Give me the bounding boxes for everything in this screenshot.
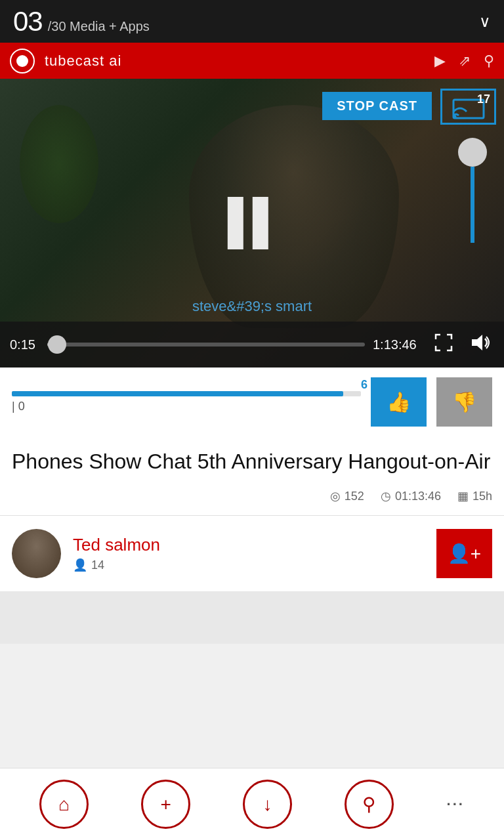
channel-avatar[interactable] [12,529,61,578]
like-bar-background [12,391,361,396]
more-button[interactable]: ··· [447,796,465,813]
like-bar-container: 6 | 0 [12,391,361,413]
progress-bar[interactable] [47,343,365,346]
end-time: 1:13:46 [373,337,422,352]
header-icons: ▶ ⇗ ⚲ [434,52,494,70]
pause-button[interactable] [228,197,268,249]
stop-cast-button[interactable]: STOP CAST [322,92,432,120]
add-icon: + [161,794,171,815]
person-icon: 👤 [73,558,87,572]
thumb-down-icon: 👎 [452,390,476,413]
volume-button[interactable] [465,332,494,358]
video-player: STOP CAST 17 steve&#39;s smart 0:15 1:13… [0,79,504,368]
cast-indicator[interactable]: 17 [440,89,496,125]
subscriber-count: 14 [91,558,104,572]
svg-point-1 [453,115,456,118]
fullscreen-icon [434,333,453,352]
pause-bar-left [228,197,243,249]
clock-icon: ◷ [381,489,391,503]
duration-value: 01:13:46 [395,490,441,503]
subscribe-button[interactable]: 👤+ [436,529,492,578]
progress-knob[interactable] [48,335,66,354]
add-button[interactable]: + [141,780,190,829]
gray-spacer [0,591,504,644]
thumb-down-button[interactable]: 👎 [436,377,492,427]
age-meta: ▦ 15h [457,489,492,503]
volume-icon [469,332,490,353]
current-time: 0:15 [10,337,39,352]
video-plant-decoration [20,105,98,223]
status-app-info: /30 Media + Apps [48,19,150,34]
pause-bar-right [253,197,268,249]
bottom-nav: ⌂ + ↓ ⚲ ··· [0,768,504,840]
share-icon[interactable]: ⇗ [459,52,471,70]
search-button[interactable]: ⚲ [345,780,394,829]
video-title: Phones Show Chat 5th Anniversary Hangout… [12,448,492,474]
app-header: tubecast ai ▶ ⇗ ⚲ [0,43,504,79]
avatar-image [12,529,61,578]
volume-knob[interactable] [458,138,487,167]
dislike-count: | 0 [12,400,361,413]
video-person-silhouette [189,105,399,328]
status-bar-left: 03 /30 Media + Apps [13,6,150,37]
app-logo [10,49,35,74]
video-meta: ◎ 152 ◷ 01:13:46 ▦ 15h [0,482,504,516]
app-logo-inner [16,55,28,67]
channel-name[interactable]: Ted salmon [73,535,425,555]
like-count: 6 [361,378,368,392]
download-icon: ↓ [263,794,272,815]
home-icon: ⌂ [58,794,70,815]
cast-number: 17 [477,93,490,106]
video-title-section: Phones Show Chat 5th Anniversary Hangout… [0,436,504,482]
video-controls-bar: 0:15 1:13:46 [0,322,504,368]
add-person-icon: 👤+ [448,543,481,564]
volume-slider[interactable] [459,138,486,243]
views-meta: ◎ 152 [330,489,364,503]
rating-section: 6 | 0 👍 👎 [0,368,504,436]
fullscreen-button[interactable] [430,333,457,357]
thumb-up-button[interactable]: 👍 [371,377,427,427]
like-bar-fill [12,391,343,396]
channel-subs: 👤 14 [73,558,425,572]
status-bar: 03 /30 Media + Apps ∨ [0,0,504,43]
views-count: 152 [345,490,364,503]
channel-section: Ted salmon 👤 14 👤+ [0,516,504,591]
home-button[interactable]: ⌂ [39,780,89,829]
youtube-icon[interactable]: ▶ [434,52,446,70]
app-title: tubecast ai [45,52,425,70]
channel-info: Ted salmon 👤 14 [73,535,425,572]
svg-marker-2 [472,335,482,350]
calendar-icon: ▦ [457,489,469,503]
age-value: 15h [472,490,492,503]
video-title-overlay: steve&#39;s smart [0,298,504,315]
views-icon: ◎ [330,489,341,503]
volume-track [471,167,474,243]
download-button[interactable]: ↓ [243,780,292,829]
status-hour: 03 [13,6,43,37]
search-icon: ⚲ [362,793,376,815]
search-header-icon[interactable]: ⚲ [484,52,494,70]
chevron-down-icon[interactable]: ∨ [479,12,491,31]
thumb-up-icon: 👍 [387,390,411,413]
duration-meta: ◷ 01:13:46 [381,489,441,503]
